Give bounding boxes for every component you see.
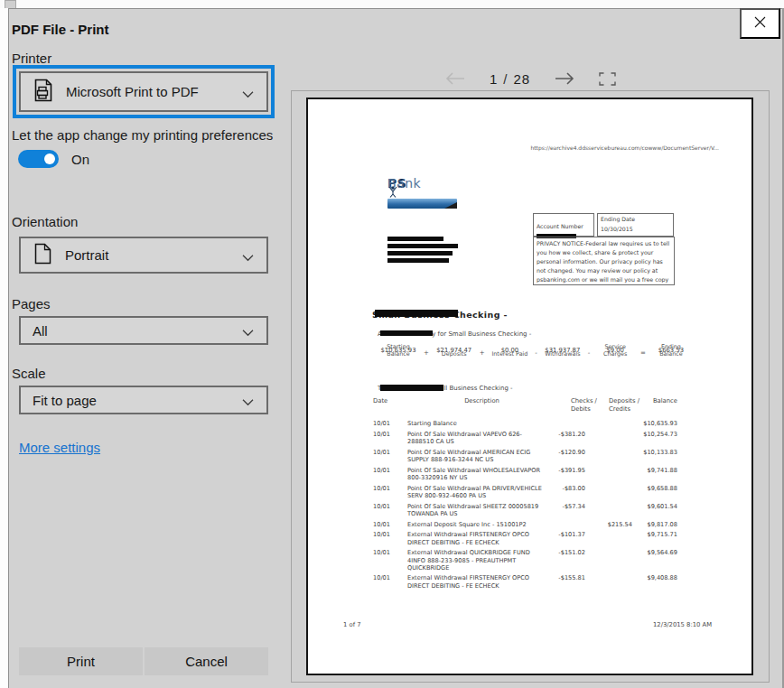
current-page: 1 [490,71,498,87]
cell-balance: $9,741.88 [632,467,677,481]
table-row: 10/01 Point Of Sale Withdrawal SHEETZ 00… [308,503,751,517]
ending-date-value: 10/30/2015 [601,225,670,235]
orientation-dropdown[interactable]: Portrait [19,237,268,274]
cell-debit [556,521,585,528]
background-tab [5,0,16,8]
total-pages: 28 [513,71,530,87]
cell-date: 10/01 [373,420,407,427]
table-row: 10/01 Point Of Sale Withdrawal PA DRIVER… [308,485,751,499]
scale-label: Scale [12,366,46,381]
printer-value: Microsoft Print to PDF [66,84,199,99]
summary-operator: - [588,343,591,357]
cell-debit: -$151.02 [556,549,585,572]
preferences-toggle[interactable] [18,150,59,168]
cancel-button[interactable]: Cancel [145,647,268,675]
summary-operator: - [535,343,537,357]
page-separator: / [503,71,508,87]
summary-operator: = [640,343,646,357]
summary-value: $31,937.87 [545,347,580,354]
summary-value: $0.00 [501,347,518,354]
next-page-button[interactable] [554,71,575,86]
statement-page-number: 1 of 7 [343,621,361,628]
statement-url: https://earchive4.ddsservicebureau.com/c… [530,144,719,151]
cell-date: 10/01 [373,521,407,528]
cell-date: 10/01 [373,503,407,517]
header-date: Date [373,397,407,405]
cell-debit: -$57.34 [556,503,585,517]
cell-date: 10/01 [373,467,407,481]
redacted-bar [380,330,433,336]
cell-credit [585,420,632,427]
cell-date: 10/01 [373,531,407,545]
privacy-notice: PRIVACY NOTICE-Federal law requires us t… [533,237,675,285]
cell-balance: $10,635.93 [632,420,677,427]
account-number-label: Account Number [537,223,583,229]
cell-credit: $215.54 [585,521,632,528]
ending-date-label: Ending Date [601,215,670,225]
cell-balance: $9,408.88 [632,574,677,589]
redacted-bar [380,385,443,391]
cell-debit: -$101.37 [556,531,585,545]
chevron-down-icon [242,394,254,410]
previous-page-button[interactable] [444,71,466,86]
header-debits: Checks /Debits [556,397,585,405]
cell-balance: $10,133.83 [632,449,677,463]
portrait-page-icon [34,243,51,268]
orientation-label: Orientation [12,214,78,229]
cell-description: Point Of Sale Withdrawal PA DRIVER/VEHIC… [407,485,556,499]
cell-date: 10/01 [373,449,407,463]
cell-credit [585,467,632,481]
cell-credit [585,531,632,545]
transactions-list: 10/01 Starting Balance $10,635.93 10/01 … [308,420,751,592]
orientation-value: Portrait [65,247,108,263]
print-button[interactable]: Print [19,647,143,675]
more-settings-link[interactable]: More settings [19,440,100,455]
redacted-bar [375,310,458,317]
cell-balance: $10,254.73 [632,431,677,445]
redacted-address [387,237,469,269]
close-button[interactable] [740,8,780,39]
ending-date-box: Ending Date 10/30/2015 [597,213,674,237]
summary-value: $21,974.47 [436,347,471,354]
cell-description: Point Of Sale Withdrawal AMERICAN ECIG S… [407,449,556,463]
summary-value: $663.53 [658,347,684,354]
table-row: 10/01 External Withdrawal FIRSTENERGY OP… [308,574,751,589]
pages-label: Pages [12,296,51,311]
pages-value: All [33,323,48,339]
cell-debit: -$391.95 [556,467,585,481]
summary-value: $9.00 [606,347,623,354]
toggle-knob [44,153,55,164]
cell-description: Starting Balance [407,420,556,427]
cell-description: Point Of Sale Withdrawal WHOLESALEVAPOR … [407,467,556,481]
expand-icon [599,75,616,88]
cell-balance: $9,658.88 [632,485,677,499]
cell-balance: $9,601.54 [632,503,677,517]
logo-blue-bar [387,199,457,209]
printer-icon [33,79,53,106]
cell-description: External Withdrawal FIRSTENERGY OPCO DIR… [407,574,556,589]
account-number-box: Account Number [533,213,594,237]
scale-value: Fit to page [33,393,97,408]
summary-value: $10,635.93 [381,347,416,354]
preferences-label: Let the app change my printing preferenc… [12,127,273,143]
cell-date: 10/01 [373,431,407,445]
cell-debit: -$381.20 [556,431,585,445]
cell-description: External Withdrawal QUICKBRIDGE FUND 4IN… [407,549,556,572]
cell-balance: $9,715.71 [632,531,677,545]
background-strip [0,0,784,8]
chevron-down-icon [242,85,254,101]
cell-date: 10/01 [373,574,407,589]
scale-dropdown[interactable]: Fit to page [19,386,268,414]
dialog-title: PDF File - Print [12,22,109,37]
cell-description: External Withdrawal FIRSTENERGY OPCO DIR… [407,531,556,545]
cell-description: External Deposit Square Inc - 151001P2 [407,521,556,528]
summary-operator: + [424,343,429,357]
printer-dropdown[interactable]: Microsoft Print to PDF [19,71,268,112]
table-row: 10/01 External Withdrawal QUICKBRIDGE FU… [308,549,751,572]
cell-credit [585,549,632,572]
preview-toolbar: 1/28 [291,67,770,90]
pages-dropdown[interactable]: All [19,316,268,345]
cell-date: 10/01 [373,549,407,572]
fit-to-window-button[interactable] [599,72,616,86]
table-row: 10/01 Starting Balance $10,635.93 [308,420,751,427]
